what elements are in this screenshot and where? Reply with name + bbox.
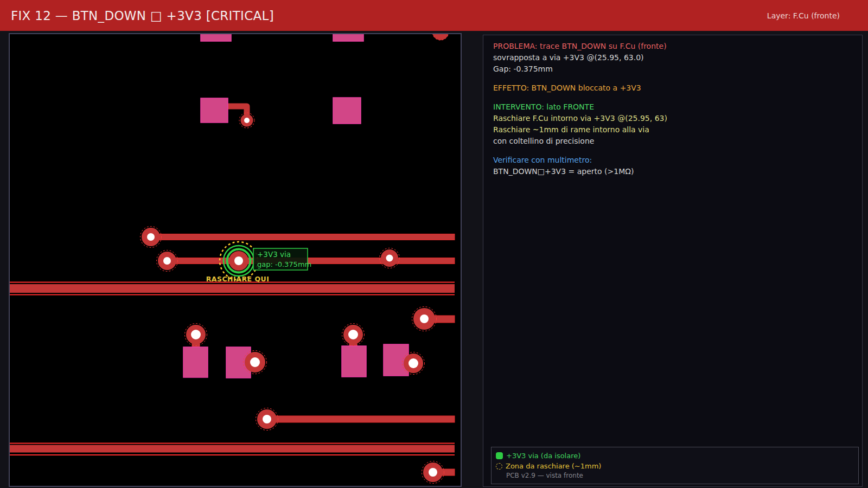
intervento-title: INTERVENTO: lato FRONTE	[493, 101, 852, 113]
via-callout: +3V3 via gap: -0.375mm	[248, 248, 311, 270]
trace-row-1	[151, 234, 455, 240]
effetto-title: EFFETTO: BTN_DOWN bloccato a +3V3	[493, 82, 852, 94]
legend-item-via: +3V3 via (da isolare)	[496, 451, 854, 461]
problema-title: PROBLEMA: trace BTN_DOWN su F.Cu (fronte…	[493, 41, 852, 52]
intervento-step-2: Raschiare ~1mm di rame intorno alla via	[493, 124, 852, 136]
problema-block: PROBLEMA: trace BTN_DOWN su F.Cu (fronte…	[493, 41, 852, 75]
via-right-stub	[412, 307, 437, 331]
intervento-step-3: con coltellino di precisione	[493, 136, 852, 147]
button-right	[342, 324, 425, 377]
pcb-canvas[interactable]: +3V3 via gap: -0.375mm RASCHIARE QUI	[9, 33, 462, 487]
scrape-zone-legend-icon	[496, 463, 502, 470]
legend-box: +3V3 via (da isolare) Zona da raschiare …	[491, 447, 859, 484]
legend-footer: PCB v2.9 — vista fronte	[496, 471, 854, 480]
via-legend-icon	[496, 452, 503, 459]
callout-net-label: +3V3 via	[257, 250, 291, 259]
callout-gap-label: gap: -0.375mm	[257, 260, 311, 268]
pad-top-right	[333, 34, 363, 41]
via-trace1-left	[141, 227, 162, 248]
trace-bottom	[267, 416, 455, 422]
via-bottom	[256, 408, 278, 431]
info-panel: PROBLEMA: trace BTN_DOWN su F.Cu (fronte…	[483, 35, 863, 487]
trace-wide-1	[10, 282, 455, 296]
effetto-block: EFFETTO: BTN_DOWN bloccato a +3V3	[493, 82, 852, 94]
pad-top-left	[201, 34, 231, 41]
layer-label: Layer: F.Cu (fronte)	[767, 11, 840, 20]
trace-pad-a-to-via	[228, 106, 247, 115]
pad-mid-right	[333, 98, 361, 124]
intervento-step-1: Raschiare F.Cu intorno via +3V3 @(25.95,…	[493, 113, 852, 124]
via-trace2-right	[380, 248, 400, 268]
verifica-detail: BTN_DOWN□+3V3 = aperto (>1MΩ)	[493, 166, 852, 177]
pcb-svg: +3V3 via gap: -0.375mm RASCHIARE QUI	[10, 34, 461, 486]
scrape-here-label: RASCHIARE QUI	[206, 275, 270, 283]
problema-detail-1: sovrapposta a via +3V3 @(25.95, 63.0)	[493, 52, 852, 63]
legend-item-via-label: +3V3 via (da isolare)	[506, 452, 580, 460]
page-title: FIX 12 — BTN_DOWN □ +3V3 [CRITICAL]	[11, 9, 274, 23]
via-bottom-clipped	[422, 461, 455, 484]
via-mid	[239, 113, 254, 128]
legend-item-zone: Zona da raschiare (~1mm)	[496, 461, 854, 471]
legend-item-zone-label: Zona da raschiare (~1mm)	[506, 462, 601, 470]
header: FIX 12 — BTN_DOWN □ +3V3 [CRITICAL] Laye…	[0, 0, 868, 31]
intervento-block: INTERVENTO: lato FRONTE Raschiare F.Cu i…	[493, 101, 852, 147]
verifica-block: Verificare con multimetro: BTN_DOWN□+3V3…	[493, 155, 852, 177]
pad-mid-left	[201, 98, 228, 123]
app-root: FIX 12 — BTN_DOWN □ +3V3 [CRITICAL] Laye…	[0, 0, 868, 488]
via-trace2-left	[157, 251, 178, 272]
problema-gap: Gap: -0.375mm	[493, 63, 852, 75]
via-top-clipped	[432, 34, 449, 40]
verifica-title: Verificare con multimetro:	[493, 155, 852, 166]
trace-wide-2	[10, 443, 455, 456]
button-left	[183, 324, 267, 378]
